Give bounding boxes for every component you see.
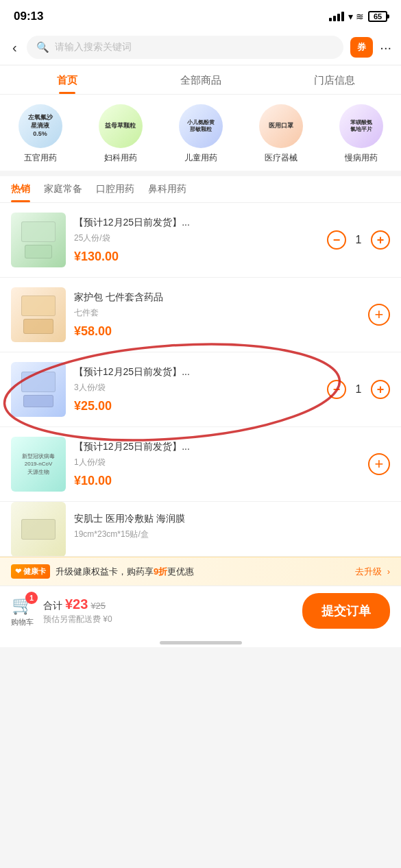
product-subtitle-4: 1人份/袋 <box>74 457 360 468</box>
cart-original-price: ¥25 <box>90 601 106 611</box>
product-price-1: ¥130.00 <box>74 250 119 263</box>
product-price-3: ¥25.00 <box>74 399 112 413</box>
cart-note: 预估另需配送费 ¥0 <box>43 614 293 625</box>
health-upgrade-link[interactable]: 去升级 <box>355 566 382 578</box>
status-icons: ▾ ≋ 65 <box>329 11 387 22</box>
cart-summary: 合计 ¥23 ¥25 预估另需配送费 ¥0 <box>43 596 293 625</box>
category-children-icon: 小儿氨酚黄那敏颗粒 <box>179 104 223 148</box>
product-title-4: 【预计12月25日前发货】... <box>74 440 360 454</box>
coupon-button[interactable]: 券 <box>350 37 373 58</box>
product-subtitle-3: 3人份/袋 <box>74 382 319 394</box>
qty-increase-3[interactable]: + <box>371 380 390 399</box>
status-time: 09:13 <box>14 10 43 23</box>
health-banner: ❤ 健康卡 升级健康权益卡，购药享9折更优惠 去升级 › <box>0 557 401 586</box>
category-ent-label: 五官用药 <box>24 152 57 164</box>
home-bar <box>160 641 242 644</box>
tab-hot[interactable]: 热销 <box>11 183 30 202</box>
checkout-button[interactable]: 提交订单 <box>302 593 390 629</box>
search-input-wrap[interactable]: 🔍 请输入搜索关键词 <box>27 36 344 59</box>
product-title-3: 【预计12月25日前发货】... <box>74 365 319 379</box>
cart-badge: 1 <box>25 592 38 604</box>
cart-bar: 🛒 1 购物车 合计 ¥23 ¥25 预估另需配送费 ¥0 提交订单 <box>0 586 401 636</box>
status-bar: 09:13 ▾ ≋ 65 <box>0 0 401 30</box>
qty-decrease-3[interactable]: − <box>327 380 346 399</box>
qty-control-1: − 1 + <box>327 230 390 250</box>
health-banner-text: 升级健康权益卡，购药享9折更优惠 <box>56 566 350 578</box>
main-tabs: 首页 全部商品 门店信息 <box>0 66 401 95</box>
search-icon: 🔍 <box>36 41 49 53</box>
qty-value-3: 1 <box>353 383 364 396</box>
product-item-2: 家护包 七件套含药品 七件套 ¥58.00 + <box>0 278 401 352</box>
category-chronic[interactable]: 苯磺酸氨氯地平片 慢病用药 <box>327 104 396 164</box>
product-price-4: ¥10.00 <box>74 474 112 487</box>
tab-family[interactable]: 家庭常备 <box>44 183 82 202</box>
category-children-label: 儿童用药 <box>184 152 217 164</box>
product-info-2: 家护包 七件套含药品 七件套 ¥58.00 <box>74 291 360 339</box>
product-item-3: 【预计12月25日前发货】... 3人份/袋 ¥25.00 − 1 + <box>0 352 401 427</box>
product-item-4: 新型冠状病毒2019-nCoV天源生物 【预计12月25日前发货】... 1人份… <box>0 427 401 502</box>
category-children[interactable]: 小儿氨酚黄那敏颗粒 儿童用药 <box>167 104 235 164</box>
qty-increase-1[interactable]: + <box>371 230 390 250</box>
home-indicator <box>0 636 401 647</box>
tab-store-info[interactable]: 门店信息 <box>267 66 401 94</box>
product-item-5: 安肌士 医用冷敷贴 海润膜 19cm*23cm*15贴/盒 <box>0 502 401 557</box>
product-info-1: 【预计12月25日前发货】... 25人份/袋 ¥130.00 <box>74 216 319 264</box>
product-list: 【预计12月25日前发货】... 25人份/袋 ¥130.00 − 1 + 家护… <box>0 203 401 557</box>
category-section: 左氧氟沙星滴液0.5% 五官用药 益母草颗粒 妇科用药 小儿氨酚黄那敏颗粒 儿童… <box>0 95 401 171</box>
category-medical[interactable]: 医用口罩 医疗器械 <box>247 104 315 164</box>
tab-all-products[interactable]: 全部商品 <box>134 66 267 94</box>
back-button[interactable]: ‹ <box>10 37 20 58</box>
product-image-4: 新型冠状病毒2019-nCoV天源生物 <box>11 437 66 492</box>
product-price-2: ¥58.00 <box>74 324 112 338</box>
product-info-5: 安肌士 医用冷敷贴 海润膜 19cm*23cm*15贴/盒 <box>74 512 390 546</box>
product-image-1 <box>11 213 66 267</box>
product-subtitle-2: 七件套 <box>74 307 360 319</box>
health-banner-arrow: › <box>387 566 390 577</box>
tab-oral[interactable]: 口腔用药 <box>96 183 134 202</box>
add-button-2[interactable]: + <box>368 304 390 326</box>
product-tabs-section: 热销 家庭常备 口腔用药 鼻科用药 【预计12月25日前发货】... 25人份/… <box>0 176 401 557</box>
product-title-5: 安肌士 医用冷敷贴 海润膜 <box>74 512 390 526</box>
category-ent-icon: 左氧氟沙星滴液0.5% <box>19 104 62 148</box>
qty-value-1: 1 <box>353 234 364 246</box>
category-gyneco-label: 妇科用药 <box>104 152 137 164</box>
wifi-icon: ▾ ≋ <box>348 11 364 22</box>
product-subtitle-1: 25人份/袋 <box>74 232 319 244</box>
health-card-badge: ❤ 健康卡 <box>11 564 50 579</box>
qty-control-3: − 1 + <box>327 380 390 399</box>
cart-label: 购物车 <box>11 617 34 627</box>
signal-icon <box>329 12 344 21</box>
category-chronic-label: 慢病用药 <box>345 152 378 164</box>
qty-decrease-1[interactable]: − <box>327 230 346 250</box>
cart-total-price: ¥23 <box>65 596 88 612</box>
cart-icon-wrap[interactable]: 🛒 1 购物车 <box>11 594 34 627</box>
product-image-2 <box>11 287 66 342</box>
product-title-1: 【预计12月25日前发货】... <box>74 216 319 230</box>
add-button-4[interactable]: + <box>368 453 390 475</box>
search-bar: ‹ 🔍 请输入搜索关键词 券 ··· <box>0 30 401 64</box>
cart-total: 合计 ¥23 ¥25 <box>43 596 293 612</box>
product-tabs: 热销 家庭常备 口腔用药 鼻科用药 <box>0 176 401 203</box>
product-image-3 <box>11 362 66 417</box>
more-button[interactable]: ··· <box>380 40 391 56</box>
tab-home[interactable]: 首页 <box>0 66 134 94</box>
tab-nasal[interactable]: 鼻科用药 <box>148 183 186 202</box>
product-subtitle-5: 19cm*23cm*15贴/盒 <box>74 529 390 540</box>
category-chronic-icon: 苯磺酸氨氯地平片 <box>339 104 383 148</box>
product-item-1: 【预计12月25日前发货】... 25人份/袋 ¥130.00 − 1 + <box>0 203 401 278</box>
battery-icon: 65 <box>368 11 387 22</box>
product-image-5 <box>11 502 66 557</box>
category-medical-icon: 医用口罩 <box>259 104 303 148</box>
product-info-3: 【预计12月25日前发货】... 3人份/袋 ¥25.00 <box>74 365 319 413</box>
product-info-4: 【预计12月25日前发货】... 1人份/袋 ¥10.00 <box>74 440 360 488</box>
category-medical-label: 医疗器械 <box>265 152 297 164</box>
category-ent[interactable]: 左氧氟沙星滴液0.5% 五官用药 <box>6 104 75 164</box>
category-gyneco[interactable]: 益母草颗粒 妇科用药 <box>86 104 155 164</box>
category-gyneco-icon: 益母草颗粒 <box>99 104 143 148</box>
search-input[interactable]: 请输入搜索关键词 <box>55 41 132 53</box>
product-title-2: 家护包 七件套含药品 <box>74 291 360 304</box>
